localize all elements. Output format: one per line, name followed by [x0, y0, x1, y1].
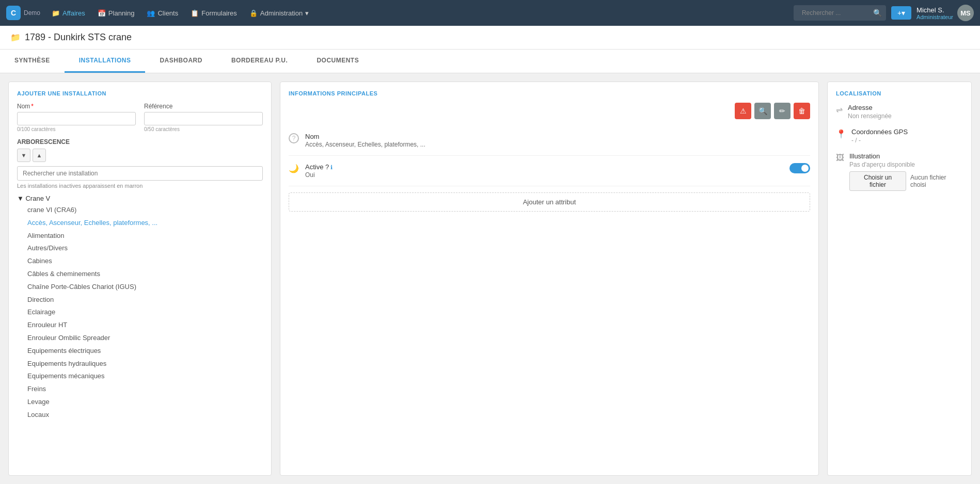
- user-name: Michel S.: [916, 6, 953, 14]
- reference-group: Référence 0/50 caractères: [144, 103, 263, 132]
- inactive-note: Les installations inactives apparaissent…: [17, 183, 263, 189]
- nav-planning[interactable]: 📅 Planning: [92, 6, 140, 20]
- user-role: Administrateur: [916, 14, 953, 20]
- tab-bordereau[interactable]: Bordereau P.U.: [217, 50, 302, 73]
- warning-button[interactable]: ⚠: [735, 103, 751, 119]
- nom-field-value: Accès, Ascenseur, Echelles, plateformes,…: [305, 141, 810, 148]
- tab-dashboard[interactable]: Dashboard: [145, 50, 217, 73]
- avatar: MS: [957, 5, 974, 21]
- tree-item-cables[interactable]: Câbles & cheminements: [27, 268, 263, 281]
- required-indicator: *: [31, 103, 34, 110]
- edit-button[interactable]: ✏: [774, 103, 791, 119]
- middle-panel: INFORMATIONS PRINCIPALES ⚠ 🔍 ✏ 🗑 ? Nom A…: [280, 82, 819, 476]
- reference-label: Référence: [144, 103, 263, 110]
- adresse-value: Non renseignée: [848, 112, 892, 120]
- address-icon: ⇌: [836, 105, 843, 120]
- nom-input[interactable]: [17, 112, 136, 125]
- affaires-icon: 📁: [52, 9, 60, 17]
- gps-content: Coordonnées GPS - / -: [851, 128, 908, 144]
- clients-icon: 👥: [147, 9, 155, 17]
- tree-item-enrouleur-ht[interactable]: Enrouleur HT: [27, 319, 263, 332]
- nom-char-count: 0/100 caractères: [17, 126, 136, 132]
- administration-icon: 🔒: [249, 9, 258, 17]
- moon-icon: 🌙: [289, 164, 299, 173]
- search-icon[interactable]: 🔍: [873, 9, 882, 17]
- tree-item-freins[interactable]: Freins: [27, 383, 263, 396]
- arborescence-btns: ▼ ▲: [17, 149, 263, 162]
- tree-item-equip-meca[interactable]: Equipements mécaniques: [27, 370, 263, 383]
- active-field-label: Active ?ℹ: [305, 163, 783, 171]
- tree-item-cabines[interactable]: Cabines: [27, 255, 263, 268]
- nav-affaires[interactable]: 📁 Affaires: [46, 6, 90, 20]
- info-icon: ℹ: [330, 164, 333, 170]
- navbar-right: 🔍 +▾ Michel S. Administrateur MS: [794, 5, 974, 21]
- tree-item-direction[interactable]: Direction: [27, 294, 263, 306]
- image-icon: 🖼: [836, 153, 844, 191]
- planning-icon: 📅: [98, 9, 106, 17]
- gps-item: 📍 Coordonnées GPS - / -: [836, 128, 963, 144]
- no-file-label: Aucun fichier choisi: [910, 174, 963, 188]
- tabs-bar: Synthèse Installations Dashboard Bordere…: [0, 50, 980, 73]
- nom-content: Nom Accès, Ascenseur, Echelles, platefor…: [305, 133, 810, 148]
- tree-item-acces[interactable]: Accès, Ascenseur, Echelles, plateformes,…: [27, 217, 263, 230]
- illustration-value: Pas d'aperçu disponible: [849, 161, 963, 168]
- tree-item-locaux[interactable]: Locaux: [27, 409, 263, 422]
- nav-formulaires[interactable]: 📋 Formulaires: [185, 6, 242, 20]
- add-attribute-button[interactable]: Ajouter un attribut: [289, 192, 810, 212]
- arb-collapse-btn[interactable]: ▼: [17, 149, 30, 162]
- search-input[interactable]: [798, 7, 870, 19]
- tree-item-chaine[interactable]: Chaîne Porte-Câbles Chariot (IGUS): [27, 281, 263, 294]
- left-panel: AJOUTER UNE INSTALLATION Nom* 0/100 cara…: [8, 82, 272, 476]
- form-row-main: Nom* 0/100 caractères Référence 0/50 car…: [17, 103, 263, 132]
- active-field-value: Oui: [305, 171, 783, 179]
- brand: C Demo: [6, 6, 40, 20]
- user-section[interactable]: Michel S. Administrateur MS: [916, 5, 974, 21]
- search-install-input[interactable]: [17, 166, 263, 181]
- reference-input[interactable]: [144, 112, 263, 125]
- brand-label: Demo: [24, 9, 40, 17]
- tree-item-eclairage[interactable]: Eclairage: [27, 306, 263, 319]
- nom-field-label: Nom: [305, 133, 810, 140]
- tree-item-enrouleur-ombilic[interactable]: Enrouleur Ombilic Spreader: [27, 332, 263, 345]
- delete-button[interactable]: 🗑: [794, 103, 810, 119]
- choose-file-button[interactable]: Choisir un fichier: [849, 171, 906, 191]
- search-box: 🔍: [794, 5, 886, 21]
- action-btns: ⚠ 🔍 ✏ 🗑: [289, 103, 810, 119]
- tab-synthese[interactable]: Synthèse: [0, 50, 65, 73]
- nav-clients[interactable]: 👥 Clients: [141, 6, 183, 20]
- add-button[interactable]: +▾: [891, 6, 911, 20]
- nom-label: Nom*: [17, 103, 136, 110]
- tree-item-alimentation[interactable]: Alimentation: [27, 230, 263, 243]
- page-title: 1789 - Dunkirk STS crane: [25, 32, 132, 43]
- active-info-row: 🌙 Active ?ℹ Oui: [289, 156, 810, 186]
- tab-documents[interactable]: Documents: [302, 50, 373, 73]
- arb-expand-btn[interactable]: ▲: [33, 149, 46, 162]
- illustration-item: 🖼 Illustration Pas d'aperçu disponible C…: [836, 152, 963, 191]
- tree-container: ▼ Crane V crane VI (CRA6) Accès, Ascense…: [17, 193, 263, 422]
- active-toggle[interactable]: [789, 163, 810, 173]
- navbar: C Demo 📁 Affaires 📅 Planning 👥 Clients 📋…: [0, 0, 980, 26]
- tree-item-levage[interactable]: Levage: [27, 396, 263, 409]
- tree-item-autres[interactable]: Autres/Divers: [27, 242, 263, 255]
- toggle-container: [789, 163, 810, 173]
- brand-icon: C: [6, 6, 21, 20]
- adresse-label: Adresse: [848, 104, 892, 111]
- info-section-title: INFORMATIONS PRINCIPALES: [289, 90, 810, 96]
- tree-item-equip-hydraul[interactable]: Equipements hydrauliques: [27, 358, 263, 370]
- add-install-title: AJOUTER UNE INSTALLATION: [17, 90, 263, 96]
- reference-char-count: 0/50 caractères: [144, 126, 263, 132]
- tree-item-equip-elec[interactable]: Equipements électriques: [27, 345, 263, 358]
- gps-label: Coordonnées GPS: [851, 128, 908, 136]
- tree-item-cra6[interactable]: crane VI (CRA6): [27, 204, 263, 217]
- formulaires-icon: 📋: [191, 9, 199, 17]
- localisation-title: LOCALISATION: [836, 90, 963, 96]
- right-panel: LOCALISATION ⇌ Adresse Non renseignée 📍 …: [827, 82, 972, 476]
- gps-value: - / -: [851, 137, 908, 144]
- nav-administration[interactable]: 🔒 Administration ▾: [244, 6, 314, 20]
- main-content: AJOUTER UNE INSTALLATION Nom* 0/100 cara…: [0, 73, 980, 484]
- nom-group: Nom* 0/100 caractères: [17, 103, 136, 132]
- nom-info-row: ? Nom Accès, Ascenseur, Echelles, platef…: [289, 125, 810, 156]
- search-detail-button[interactable]: 🔍: [754, 103, 771, 119]
- tab-installations[interactable]: Installations: [65, 50, 146, 73]
- tree-root[interactable]: ▼ Crane V: [17, 193, 263, 204]
